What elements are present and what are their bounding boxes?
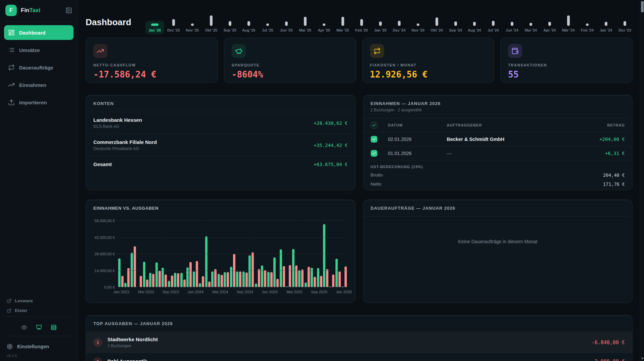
trending-up-icon: [8, 82, 15, 88]
table-row[interactable]: 01.01.2026 — +6,31 €: [363, 146, 633, 160]
einnahmen-bar: [230, 267, 232, 287]
eye-icon[interactable]: [21, 324, 27, 330]
ust-line-brutto: Brutto 204,40 €: [371, 172, 625, 178]
timeline-month-bar: [530, 23, 532, 26]
timeline-month[interactable]: Jul '24: [484, 18, 503, 34]
bar-group: [311, 221, 316, 287]
timeline-month-bar: [191, 23, 194, 26]
bar-group: [149, 221, 154, 287]
vertical-scrollbar[interactable]: [640, 0, 644, 361]
sidebar-item-label: Einnahmen: [19, 82, 46, 88]
ausgaben-bar: [146, 279, 148, 287]
konto-row: Commerzbank Filiale Nord Deutsche Privat…: [86, 134, 355, 156]
timeline-month[interactable]: Nov '25: [183, 21, 202, 34]
external-link-lexware[interactable]: Lexware: [0, 296, 78, 306]
select-all-checkbox[interactable]: [371, 122, 377, 128]
kpi-value: 12.926,56 €: [370, 69, 487, 80]
timeline-month[interactable]: Apr '25: [315, 21, 333, 34]
einnahmen-bar: [118, 258, 121, 287]
bar-group: [305, 221, 310, 287]
scrollbar-down-arrow[interactable]: [641, 358, 644, 360]
einnahmen-bar: [211, 271, 214, 287]
timeline-month[interactable]: Nov '24: [409, 21, 427, 34]
einnahmen-bar: [149, 273, 151, 287]
timeline-month-bar: [548, 22, 551, 26]
sidebar-item-einnahmen[interactable]: Einnahmen: [4, 78, 74, 92]
presentation-icon[interactable]: [36, 324, 42, 330]
timeline-month[interactable]: Dez '24: [390, 18, 409, 34]
x-axis-tick: Sep 2023: [163, 290, 179, 294]
timeline-month[interactable]: Apr '24: [540, 19, 559, 34]
ausgaben-bar: [183, 279, 186, 287]
dashboard-grid-icon: [8, 29, 15, 36]
list-icon: [8, 47, 15, 53]
ausgaben-bar: [308, 267, 310, 287]
einnahmen-panel: EINNAHMEN — JANUAR 2026 2 Buchungen · 2 …: [363, 95, 633, 190]
timeline-month-bar: [586, 23, 589, 26]
timeline-month[interactable]: Feb '24: [578, 21, 597, 34]
timeline-month[interactable]: Jan '24: [597, 19, 615, 34]
ust-label: Netto: [371, 182, 381, 187]
ausgaben-bar: [214, 269, 217, 287]
timeline-month[interactable]: Mai '25: [296, 14, 315, 34]
timeline-month[interactable]: Aug '24: [465, 19, 484, 34]
timeline-month[interactable]: Okt '25: [202, 13, 221, 34]
external-link-elster[interactable]: Elster: [0, 306, 78, 315]
sidebar-item-umsaetze[interactable]: Umsätze: [4, 43, 74, 57]
timeline-month[interactable]: Okt '24: [427, 15, 446, 34]
row-payer: —: [447, 151, 565, 156]
timeline-month[interactable]: Mär '25: [333, 14, 352, 34]
row-checkbox[interactable]: [371, 136, 377, 143]
table-header: DATUM AUFTRAGGEBER BETRAG: [363, 118, 633, 132]
top-ausgabe-row[interactable]: 1 Stadtwerke Nordlicht 1 Buchungen -6.84…: [86, 332, 632, 353]
einnahmen-bar: [323, 224, 325, 287]
timeline-month[interactable]: Mär '24: [559, 13, 578, 34]
repeat-icon: [370, 44, 384, 58]
sidebar-item-dauerauftraege[interactable]: Daueraufträge: [4, 60, 74, 75]
top-ausgabe-row[interactable]: 2 Pohl Augenoptik -3.000,00 €: [86, 353, 632, 361]
kpi-label: SPARQUOTE: [232, 63, 349, 67]
timeline-month[interactable]: Dez '25: [164, 16, 183, 34]
timeline-month-bar: [605, 22, 607, 26]
sidebar-item-einstellungen[interactable]: Einstellungen: [0, 340, 78, 351]
ausgabe-name: Stadtwerke Nordlicht: [107, 337, 158, 342]
sidebar-item-importieren[interactable]: Importieren: [4, 95, 74, 110]
ausgaben-bar: [127, 268, 130, 287]
chart-x-axis: Jan 2023Mai 2023Sep 2023Jan 2024Mai 2024…: [118, 287, 347, 294]
ausgaben-bar: [332, 274, 334, 287]
timeline-month[interactable]: Feb '25: [352, 16, 371, 34]
ausgaben-bar: [338, 271, 341, 287]
row-checkbox[interactable]: [371, 150, 377, 157]
chart-title: EINNAHMEN VS. AUSGABEN: [86, 200, 355, 211]
sidebar-item-dashboard[interactable]: Dashboard: [4, 25, 74, 40]
sidebar-collapse-icon[interactable]: [65, 7, 72, 14]
wallet-icon: [508, 44, 522, 58]
timeline-month-label: Nov '25: [186, 28, 199, 32]
brand-logo: F: [5, 5, 17, 16]
bar-group: [230, 221, 235, 287]
timeline-month[interactable]: Jun '25: [277, 19, 296, 34]
timeline-month[interactable]: Sep '24: [446, 19, 465, 34]
gridline: 56.000,00 €: [118, 220, 347, 221]
piggy-bank-icon: [232, 44, 246, 58]
bar-group: [317, 221, 322, 287]
ausgaben-bar: [270, 272, 273, 287]
bar-group: [261, 221, 266, 287]
timeline-month[interactable]: Jan '25: [371, 19, 390, 34]
timeline-month[interactable]: Jul '25: [258, 21, 277, 34]
bar-group: [292, 221, 297, 287]
ausgaben-bar: [134, 246, 136, 287]
timeline-month[interactable]: Jan '26: [145, 21, 164, 34]
timeline-month[interactable]: Mai '24: [521, 20, 540, 34]
timeline-month[interactable]: Sep '25: [221, 18, 239, 34]
y-axis-tick: 42.000,00 €: [94, 236, 115, 240]
timeline-month[interactable]: Aug '25: [239, 18, 258, 34]
rows-icon[interactable]: [51, 324, 57, 330]
timeline-month[interactable]: Jun '24: [503, 19, 521, 34]
panel-title: KONTEN: [93, 101, 348, 106]
timeline-month-label: Jan '26: [148, 28, 161, 32]
table-row[interactable]: 02.01.2026 Becker & Schmidt GmbH +204,00…: [363, 132, 633, 146]
timeline-month[interactable]: Dez '23: [615, 18, 633, 34]
scrollbar-thumb[interactable]: [641, 1, 644, 12]
einnahmen-bar: [311, 268, 313, 287]
